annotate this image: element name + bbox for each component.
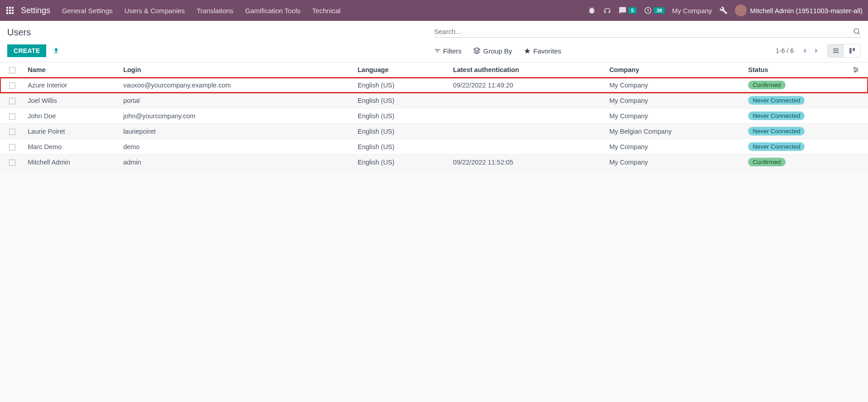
cell-latest-auth: 09/22/2022 11:49:20 bbox=[450, 77, 606, 93]
cell-status: Never Connected bbox=[744, 124, 849, 139]
row-checkbox[interactable] bbox=[9, 82, 15, 89]
row-checkbox[interactable] bbox=[9, 113, 15, 120]
row-checkbox[interactable] bbox=[9, 129, 15, 135]
cell-company: My Company bbox=[606, 139, 745, 155]
col-header-latest-auth[interactable]: Latest authentication bbox=[450, 63, 606, 77]
menu-translations[interactable]: Translations bbox=[197, 7, 233, 15]
user-display: Mitchell Admin (19511003-master-all) bbox=[750, 7, 863, 15]
nav-right: 5 39 My Company Mitchell Admin (19511003… bbox=[588, 5, 863, 16]
cell-name: Azure Interior bbox=[24, 77, 120, 93]
cell-status: Never Connected bbox=[744, 108, 849, 124]
create-button[interactable]: CREATE bbox=[7, 44, 46, 57]
users-table-wrap: Name Login Language Latest authenticatio… bbox=[0, 63, 868, 170]
menu-users-companies[interactable]: Users & Companies bbox=[125, 7, 185, 15]
cell-name: Mitchell Admin bbox=[24, 155, 120, 170]
import-icon[interactable] bbox=[53, 47, 60, 54]
search-icon[interactable] bbox=[853, 27, 861, 35]
filters-label: Filters bbox=[443, 47, 462, 55]
menu-gamification-tools[interactable]: Gamification Tools bbox=[245, 7, 300, 15]
filters-button[interactable]: Filters bbox=[434, 47, 462, 55]
app-brand[interactable]: Settings bbox=[21, 6, 50, 15]
cell-name: Marc Demo bbox=[24, 139, 120, 155]
pager-prev[interactable] bbox=[800, 47, 810, 55]
debug-icon[interactable] bbox=[588, 6, 596, 15]
col-options[interactable] bbox=[849, 63, 868, 77]
svg-rect-0 bbox=[6, 7, 8, 9]
cell-latest-auth: 09/22/2022 11:52:05 bbox=[450, 155, 606, 170]
activities-icon[interactable]: 39 bbox=[644, 6, 665, 15]
cell-opt bbox=[849, 139, 868, 155]
row-checkbox[interactable] bbox=[9, 98, 15, 104]
row-checkbox[interactable] bbox=[9, 160, 15, 166]
select-all-checkbox[interactable] bbox=[9, 67, 15, 73]
table-row[interactable]: Mitchell AdminadminEnglish (US)09/22/202… bbox=[0, 155, 868, 170]
cell-company: My Company bbox=[606, 155, 745, 170]
pager-next[interactable] bbox=[811, 47, 821, 55]
status-badge: Never Connected bbox=[748, 127, 805, 136]
cell-latest-auth bbox=[450, 124, 606, 139]
cell-status: Never Connected bbox=[744, 139, 849, 155]
table-row[interactable]: John Doejohn@yourcompany.comEnglish (US)… bbox=[0, 108, 868, 124]
apps-icon[interactable] bbox=[5, 6, 14, 15]
support-icon[interactable] bbox=[603, 6, 611, 15]
status-badge: Confirmed bbox=[748, 81, 785, 89]
col-header-login[interactable]: Login bbox=[120, 63, 354, 77]
table-row[interactable]: Azure Interiorvauxoo@yourcompany.example… bbox=[0, 77, 868, 93]
search-bar[interactable] bbox=[434, 27, 861, 38]
table-row[interactable]: Joel WillisportalEnglish (US)My CompanyN… bbox=[0, 93, 868, 108]
messages-icon[interactable]: 5 bbox=[619, 6, 637, 15]
status-badge: Never Connected bbox=[748, 111, 805, 120]
svg-rect-5 bbox=[12, 10, 14, 11]
users-table: Name Login Language Latest authenticatio… bbox=[0, 63, 868, 170]
cell-login: john@yourcompany.com bbox=[120, 108, 354, 124]
table-row[interactable]: Laurie PoiretlauriepoiretEnglish (US)My … bbox=[0, 124, 868, 139]
status-badge: Never Connected bbox=[748, 142, 805, 151]
cell-login: vauxoo@yourcompany.example.com bbox=[120, 77, 354, 93]
table-row[interactable]: Marc DemodemoEnglish (US)My CompanyNever… bbox=[0, 139, 868, 155]
user-menu[interactable]: Mitchell Admin (19511003-master-all) bbox=[735, 5, 863, 16]
menu-technical[interactable]: Technical bbox=[312, 7, 341, 15]
col-header-language[interactable]: Language bbox=[354, 63, 450, 77]
cell-status: Never Connected bbox=[744, 93, 849, 108]
groupby-button[interactable]: Group By bbox=[473, 47, 512, 55]
company-label: My Company bbox=[672, 7, 712, 15]
cell-status: Confirmed bbox=[744, 155, 849, 170]
cell-language: English (US) bbox=[354, 124, 450, 139]
cell-name: John Doe bbox=[24, 108, 120, 124]
svg-rect-8 bbox=[12, 12, 14, 14]
nav-menu: General Settings Users & Companies Trans… bbox=[62, 7, 584, 15]
col-header-status[interactable]: Status bbox=[744, 63, 849, 77]
cell-login: portal bbox=[120, 93, 354, 108]
menu-general-settings[interactable]: General Settings bbox=[62, 7, 113, 15]
control-panel: Users CREATE Filters Group By bbox=[0, 21, 868, 63]
row-checkbox[interactable] bbox=[9, 144, 15, 150]
cell-login: demo bbox=[120, 139, 354, 155]
col-header-name[interactable]: Name bbox=[24, 63, 120, 77]
company-switcher[interactable]: My Company bbox=[672, 7, 712, 15]
cell-status: Confirmed bbox=[744, 77, 849, 93]
cell-language: English (US) bbox=[354, 139, 450, 155]
cell-login: admin bbox=[120, 155, 354, 170]
view-list[interactable] bbox=[828, 44, 844, 57]
favorites-label: Favorites bbox=[533, 47, 561, 55]
col-header-company[interactable]: Company bbox=[606, 63, 745, 77]
cell-opt bbox=[849, 77, 868, 93]
svg-rect-7 bbox=[9, 12, 11, 14]
svg-rect-1 bbox=[9, 7, 11, 9]
search-input[interactable] bbox=[434, 28, 853, 35]
view-kanban[interactable] bbox=[844, 44, 860, 57]
svg-rect-2 bbox=[12, 7, 14, 9]
pager-text[interactable]: 1-6 / 6 bbox=[776, 47, 794, 54]
cell-language: English (US) bbox=[354, 93, 450, 108]
svg-rect-6 bbox=[6, 12, 8, 14]
cell-name: Joel Willis bbox=[24, 93, 120, 108]
activities-count: 39 bbox=[654, 7, 665, 14]
tools-icon[interactable] bbox=[719, 6, 728, 15]
cell-latest-auth bbox=[450, 108, 606, 124]
cell-login: lauriepoiret bbox=[120, 124, 354, 139]
svg-point-18 bbox=[855, 71, 856, 73]
cell-language: English (US) bbox=[354, 155, 450, 170]
svg-point-10 bbox=[854, 29, 859, 34]
svg-rect-12 bbox=[853, 48, 855, 51]
favorites-button[interactable]: Favorites bbox=[524, 47, 561, 55]
